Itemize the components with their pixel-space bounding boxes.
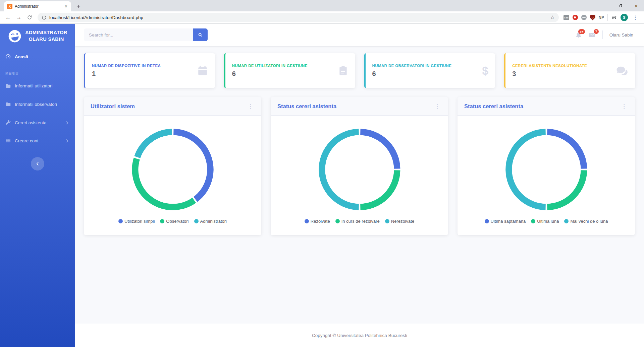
- forward-button[interactable]: →: [14, 13, 23, 22]
- chart-card-status-cereri: Status cereri asistenta ⋮ RezolvateIn cu…: [271, 97, 448, 235]
- alerts-badge: 3+: [578, 29, 585, 34]
- browser-tab[interactable]: X Administrator ×: [4, 1, 71, 11]
- sidebar-item-informatii-utilizatori[interactable]: Informatii utilizatori: [0, 77, 75, 95]
- red-extension-icon[interactable]: [573, 15, 578, 20]
- donut-segment: [547, 132, 584, 169]
- sidebar-heading: MENIU: [0, 65, 75, 77]
- footer: Copyright © Universitatea Politehnica Bu…: [75, 324, 644, 347]
- site-info-icon[interactable]: [42, 15, 47, 20]
- minimize-icon: [604, 6, 607, 6]
- chart-card-status-cereri-vechime: Status cereri asistenta ⋮ Ultima saptama…: [458, 97, 635, 235]
- chart-body: RezolvateIn curs de rezolvareNerezolvate: [271, 116, 448, 235]
- browser-profile-avatar[interactable]: S: [621, 14, 628, 21]
- stat-card-utilizatori: NUMAR DE UTILIZATORI IN GESTIUNE 6: [224, 53, 355, 88]
- css-extension-icon[interactable]: CSS: [564, 15, 569, 20]
- legend-item: Rezolvate: [305, 219, 330, 224]
- sidebar-item-informatii-observatori[interactable]: Informatii observatori: [0, 95, 75, 114]
- donut-chart: [314, 124, 405, 215]
- legend-label: In curs de rezolvare: [341, 219, 380, 224]
- window-minimize-button[interactable]: [598, 0, 613, 11]
- chart-title: Status cereri asistenta: [464, 103, 620, 110]
- legend-item: Ultima luna: [531, 219, 559, 224]
- chart-card-header: Utilizatori sistem ⋮: [84, 97, 261, 116]
- chart-card-row: Utilizatori sistem ⋮ Utilizatori simpliO…: [84, 97, 635, 235]
- chart-menu-button[interactable]: ⋮: [433, 103, 441, 110]
- xampp-favicon-icon: X: [7, 4, 12, 9]
- sidebar-item-home[interactable]: Acasă: [0, 48, 75, 65]
- url-text[interactable]: localhost/Licenta/Administrator/Dashboar…: [49, 15, 547, 20]
- sidebar-collapse-button[interactable]: [31, 157, 44, 170]
- window-close-button[interactable]: ×: [629, 0, 644, 11]
- extensions-area: CSS U NP S ⋮: [562, 14, 641, 21]
- legend-label: Utilizatori simpli: [124, 219, 155, 224]
- legend-label: Rezolvate: [311, 219, 330, 224]
- sidebar-item-label: Informatii observatori: [15, 102, 57, 107]
- search-form: [84, 28, 208, 41]
- chart-body: Ultima saptamanaUltima lunaMai vechi de …: [458, 116, 635, 235]
- chart-legend: Utilizatori simpliObservatoriAdministrat…: [118, 219, 227, 224]
- stat-card-value: 6: [372, 70, 482, 78]
- search-icon: [198, 32, 203, 37]
- topbar: 3+ 7 Olaru Sabin: [75, 24, 644, 46]
- chart-legend: Ultima saptamanaUltima lunaMai vechi de …: [485, 219, 608, 224]
- legend-label: Ultima saptamana: [491, 219, 526, 224]
- stat-card-value: 6: [232, 70, 338, 78]
- stat-card-dispozitive: NUMAR DE DISPOZITIVE IN RETEA 1: [84, 53, 215, 88]
- wrench-icon: [5, 120, 11, 125]
- playlist-icon[interactable]: [611, 14, 617, 20]
- messages-button[interactable]: 7: [589, 31, 596, 39]
- tab-close-icon[interactable]: ×: [64, 4, 68, 9]
- chart-title: Status cereri asistenta: [277, 103, 433, 110]
- sidebar-item-cereri-asistenta[interactable]: Cereri asistenta: [0, 114, 75, 132]
- legend-dot-icon: [160, 219, 164, 223]
- donut-chart: [501, 124, 592, 215]
- sidebar-item-label: Informatii utilizatori: [15, 83, 53, 88]
- donut-segment: [360, 132, 397, 169]
- legend-label: Nerezolvate: [391, 219, 414, 224]
- sidebar-brand[interactable]: ADMINISTRATOR OLARU SABIN: [0, 24, 75, 48]
- legend-dot-icon: [194, 219, 199, 223]
- folder-icon: [5, 101, 11, 107]
- dollar-icon: $: [482, 65, 488, 76]
- legend-dot-icon: [564, 219, 569, 223]
- laugh-wink-icon: [8, 29, 22, 43]
- browser-tabstrip: X Administrator × + ×: [0, 0, 644, 11]
- address-bar[interactable]: localhost/Licenta/Administrator/Dashboar…: [38, 13, 559, 22]
- chart-title: Utilizatori sistem: [91, 103, 246, 110]
- noscript-extension-label[interactable]: NP: [599, 15, 604, 19]
- ublock-shield-icon[interactable]: U: [590, 15, 595, 20]
- chevron-right-icon: [65, 121, 70, 125]
- chart-menu-button[interactable]: ⋮: [246, 103, 255, 110]
- legend-label: Mai vechi de o luna: [570, 219, 608, 224]
- donut-segment: [360, 170, 397, 207]
- folder-icon: [5, 83, 11, 89]
- refresh-button[interactable]: [25, 13, 34, 22]
- legend-item: Observatori: [160, 219, 189, 224]
- legend-item: Nerezolvate: [385, 219, 414, 224]
- topbar-divider: [602, 30, 603, 39]
- chevron-left-icon: [35, 161, 40, 166]
- back-button[interactable]: ←: [3, 13, 13, 22]
- legend-item: Utilizatori simpli: [118, 219, 155, 224]
- tachometer-icon: [5, 54, 11, 59]
- window-restore-button[interactable]: [613, 0, 629, 11]
- sidebar-item-creare-cont[interactable]: Creare cont: [0, 132, 75, 150]
- search-input[interactable]: [84, 28, 193, 41]
- bookmark-star-icon[interactable]: ☆: [550, 14, 554, 20]
- search-button[interactable]: [193, 28, 208, 41]
- chart-body: Utilizatori simpliObservatoriAdministrat…: [84, 116, 261, 235]
- donut-segment: [135, 159, 194, 207]
- stat-card-label: NUMAR DE DISPOZITIVE IN RETEA: [92, 64, 197, 68]
- user-menu[interactable]: Olaru Sabin: [609, 32, 635, 38]
- gray-extension-icon[interactable]: [581, 15, 587, 20]
- sidebar-item-label: Cereri asistenta: [15, 120, 47, 125]
- chart-menu-button[interactable]: ⋮: [620, 103, 628, 110]
- stat-card-value: 1: [92, 70, 197, 78]
- window-controls: ×: [598, 0, 644, 11]
- chart-card-utilizatori-sistem: Utilizatori sistem ⋮ Utilizatori simpliO…: [84, 97, 261, 235]
- browser-menu-button[interactable]: ⋮: [631, 14, 639, 21]
- new-tab-button[interactable]: +: [74, 2, 83, 11]
- chart-card-header: Status cereri asistenta ⋮: [458, 97, 635, 116]
- chevron-right-icon: [65, 139, 70, 143]
- alerts-button[interactable]: 3+: [575, 31, 582, 38]
